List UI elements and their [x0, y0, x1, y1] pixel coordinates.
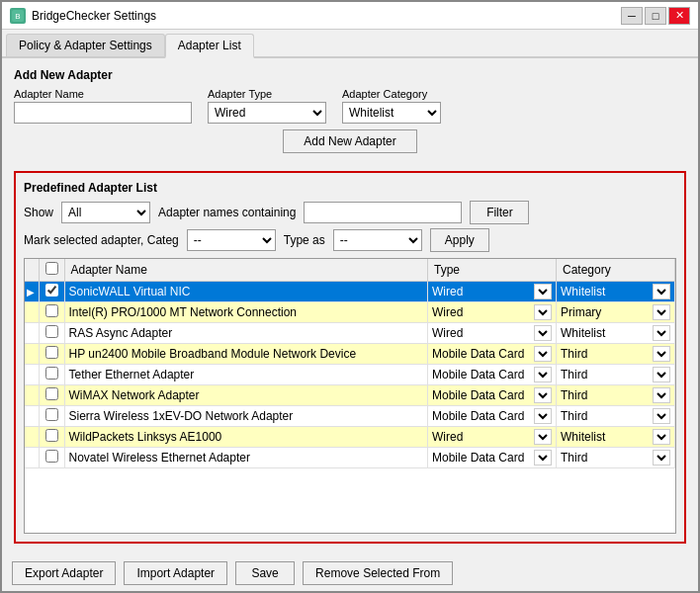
table-row[interactable]: Novatel Wireless Ethernet AdapterMobile … — [25, 448, 675, 468]
row-adapter-name: SonicWALL Virtual NIC — [64, 282, 428, 302]
row-check-cell — [39, 323, 64, 344]
row-category-cell: PrimaryWhitelistPrimaryThird — [557, 302, 675, 323]
row-type-select[interactable]: WiredMobile Data CardWireless — [534, 429, 552, 445]
show-select[interactable]: All Wired Mobile Data Card Wireless — [61, 202, 150, 223]
row-category-select[interactable]: WhitelistPrimaryThird — [653, 346, 670, 362]
row-type-select[interactable]: WiredMobile Data CardWireless — [534, 304, 552, 320]
row-type-select[interactable]: WiredMobile Data CardWireless — [534, 346, 552, 362]
row-category-select[interactable]: WhitelistPrimaryThird — [653, 450, 670, 466]
type-as-select[interactable]: -- Wired Mobile Data Card Wireless — [333, 229, 422, 251]
add-adapter-title: Add New Adapter — [14, 68, 686, 82]
row-arrow-cell: ▶ — [25, 282, 39, 302]
bottom-bar: Export Adapter Import Adapter Save Remov… — [2, 553, 698, 591]
row-type-value: Wired — [432, 305, 532, 319]
row-category-select[interactable]: WhitelistPrimaryThird — [653, 325, 670, 341]
minimize-button[interactable]: ─ — [621, 7, 643, 25]
row-adapter-name: WiMAX Network Adapter — [64, 385, 428, 406]
row-category-cell: WhitelistWhitelistPrimaryThird — [557, 282, 675, 302]
row-checkbox[interactable] — [45, 408, 58, 421]
row-type-select[interactable]: WiredMobile Data CardWireless — [534, 367, 552, 382]
apply-button[interactable]: Apply — [430, 228, 489, 252]
row-arrow-icon: ▶ — [27, 287, 35, 297]
titlebar-left: B BridgeChecker Settings — [10, 8, 156, 24]
add-adapter-btn-row: Add New Adapter — [14, 129, 686, 153]
table-row[interactable]: ▶SonicWALL Virtual NICWiredWiredMobile D… — [25, 282, 675, 302]
row-adapter-name: HP un2400 Mobile Broadband Module Networ… — [64, 344, 428, 365]
row-type-value: Mobile Data Card — [432, 347, 532, 361]
tab-policy[interactable]: Policy & Adapter Settings — [6, 34, 165, 56]
row-category-value: Whitelist — [561, 285, 651, 298]
main-content: Add New Adapter Adapter Name Adapter Typ… — [2, 58, 698, 553]
table-row[interactable]: HP un2400 Mobile Broadband Module Networ… — [25, 344, 675, 365]
row-type-select[interactable]: WiredMobile Data CardWireless — [534, 450, 552, 466]
col-type: Type — [428, 259, 557, 282]
row-category-value: Whitelist — [561, 326, 651, 340]
table-row[interactable]: Sierra Wireless 1xEV-DO Network AdapterM… — [25, 406, 675, 427]
tab-bar: Policy & Adapter Settings Adapter List — [2, 30, 698, 58]
export-button[interactable]: Export Adapter — [12, 561, 116, 585]
names-containing-input[interactable] — [304, 202, 462, 223]
row-category-cell: ThirdWhitelistPrimaryThird — [557, 344, 675, 365]
row-type-cell: Mobile Data CardWiredMobile Data CardWir… — [428, 448, 557, 468]
row-checkbox[interactable] — [45, 429, 58, 442]
row-type-cell: WiredWiredMobile Data CardWireless — [428, 282, 557, 302]
predefined-title: Predefined Adapter List — [24, 181, 676, 195]
save-button[interactable]: Save — [235, 561, 295, 585]
adapter-table: Adapter Name Type Category ▶SonicWALL Vi… — [25, 259, 675, 468]
adapter-name-input[interactable] — [14, 102, 192, 124]
row-type-select[interactable]: WiredMobile Data CardWireless — [534, 284, 552, 299]
row-type-value: Mobile Data Card — [432, 451, 532, 465]
row-type-select[interactable]: WiredMobile Data CardWireless — [534, 325, 552, 341]
row-category-select[interactable]: WhitelistPrimaryThird — [653, 408, 670, 424]
row-checkbox[interactable] — [45, 325, 58, 338]
mark-label: Mark selected adapter, Categ — [24, 233, 179, 247]
row-checkbox[interactable] — [45, 346, 58, 359]
row-type-cell: WiredWiredMobile Data CardWireless — [428, 323, 557, 344]
col-arrow — [25, 259, 39, 282]
row-checkbox[interactable] — [45, 367, 58, 380]
row-category-cell: ThirdWhitelistPrimaryThird — [557, 406, 675, 427]
row-category-cell: ThirdWhitelistPrimaryThird — [557, 385, 675, 406]
row-category-select[interactable]: WhitelistPrimaryThird — [653, 284, 670, 299]
remove-button[interactable]: Remove Selected From — [303, 561, 453, 585]
row-type-value: Wired — [432, 326, 532, 340]
row-adapter-name: Tether Ethernet Adapter — [64, 365, 428, 385]
table-row[interactable]: Intel(R) PRO/1000 MT Network ConnectionW… — [25, 302, 675, 323]
close-button[interactable]: ✕ — [668, 7, 690, 25]
row-category-cell: WhitelistWhitelistPrimaryThird — [557, 427, 675, 448]
row-category-cell: ThirdWhitelistPrimaryThird — [557, 448, 675, 468]
row-category-select[interactable]: WhitelistPrimaryThird — [653, 429, 670, 445]
add-adapter-button[interactable]: Add New Adapter — [283, 129, 416, 153]
table-row[interactable]: Tether Ethernet AdapterMobile Data CardW… — [25, 365, 675, 385]
table-row[interactable]: RAS Async AdapterWiredWiredMobile Data C… — [25, 323, 675, 344]
col-category: Category — [557, 259, 675, 282]
show-label: Show — [24, 206, 53, 219]
row-arrow-cell — [25, 344, 39, 365]
adapter-type-group: Adapter Type Wired Mobile Data Card Wire… — [208, 88, 326, 124]
table-row[interactable]: WiMAX Network AdapterMobile Data CardWir… — [25, 385, 675, 406]
row-category-select[interactable]: WhitelistPrimaryThird — [653, 367, 670, 382]
row-checkbox[interactable] — [45, 387, 58, 400]
row-type-select[interactable]: WiredMobile Data CardWireless — [534, 408, 552, 424]
mark-category-select[interactable]: -- Whitelist Primary Third — [187, 229, 276, 251]
row-checkbox[interactable] — [45, 450, 58, 463]
row-category-select[interactable]: WhitelistPrimaryThird — [653, 387, 670, 403]
row-arrow-cell — [25, 448, 39, 468]
row-category-select[interactable]: WhitelistPrimaryThird — [653, 304, 670, 320]
adapter-category-select[interactable]: Whitelist Primary Third — [342, 102, 441, 124]
filter-button[interactable]: Filter — [470, 201, 529, 224]
table-row[interactable]: WildPackets Linksys AE1000WiredWiredMobi… — [25, 427, 675, 448]
row-checkbox[interactable] — [45, 304, 58, 317]
tab-adapter-list[interactable]: Adapter List — [165, 34, 254, 58]
select-all-checkbox[interactable] — [45, 262, 58, 275]
row-checkbox[interactable] — [45, 284, 58, 296]
import-button[interactable]: Import Adapter — [124, 561, 227, 585]
adapter-type-select[interactable]: Wired Mobile Data Card Wireless — [208, 102, 326, 124]
row-check-cell — [39, 427, 64, 448]
row-type-cell: WiredWiredMobile Data CardWireless — [428, 427, 557, 448]
add-new-adapter-section: Add New Adapter Adapter Name Adapter Typ… — [14, 68, 686, 161]
row-adapter-name: Sierra Wireless 1xEV-DO Network Adapter — [64, 406, 428, 427]
maximize-button[interactable]: □ — [645, 7, 666, 25]
row-category-cell: WhitelistWhitelistPrimaryThird — [557, 323, 675, 344]
row-type-select[interactable]: WiredMobile Data CardWireless — [534, 387, 552, 403]
